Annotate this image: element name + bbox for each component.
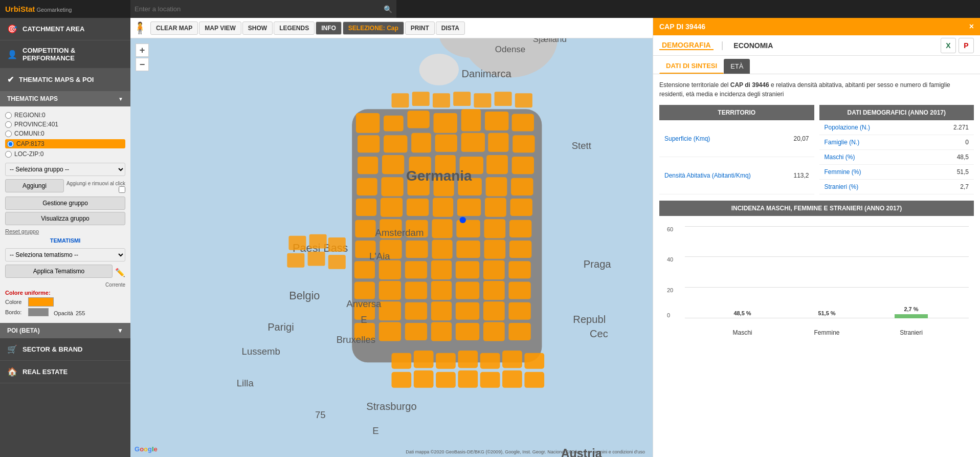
manage-group-button[interactable]: Gestione gruppo: [5, 197, 125, 210]
regioni-radio[interactable]: [5, 112, 12, 119]
search-input[interactable]: [135, 5, 381, 13]
panel-tabs: DEMOGRAFIA | ECONOMIA X P: [653, 35, 980, 56]
sidebar-item-competition[interactable]: 👤 COMPETITION & PERFORMANCE: [0, 40, 130, 69]
map-toolbar: 🧍 CLEAR MAP MAP VIEW SHOW LEGENDS INFO S…: [130, 18, 653, 38]
zoom-in-button[interactable]: +: [136, 43, 149, 57]
province-radio-group[interactable]: PROVINCE:401: [5, 121, 125, 128]
svg-rect-110: [309, 234, 327, 249]
svg-rect-7: [407, 111, 429, 128]
panel-close-button[interactable]: ×: [969, 22, 974, 31]
top-bar: UrbiStat Geomarketing 🔍: [0, 0, 980, 18]
svg-rect-115: [392, 353, 412, 369]
color-picker-orange[interactable]: [28, 297, 54, 307]
tab-demografia[interactable]: DEMOGRAFIA: [659, 41, 714, 50]
loc-zip-radio[interactable]: [5, 151, 12, 158]
panel-body: Estensione territoriale del CAP di 39446…: [653, 74, 980, 457]
select-group-dropdown[interactable]: -- Seleziona gruppo --: [5, 163, 125, 176]
pdf-export-button[interactable]: P: [959, 38, 974, 53]
svg-rect-14: [411, 133, 431, 153]
sidebar-item-catchment[interactable]: 🎯 CATCHMENT AREA: [0, 18, 130, 40]
sector-label: SECTOR & BRAND: [23, 345, 83, 353]
dista-button[interactable]: DISTA: [436, 21, 465, 35]
thematic-content: REGIONI:0 PROVINCE:401 COMUNI:0 CAP:8173…: [0, 106, 130, 323]
svg-rect-62: [379, 281, 401, 300]
panel-header: CAP DI 39446 ×: [653, 18, 980, 35]
poi-header[interactable]: POI (beta) ▼: [0, 323, 130, 338]
reset-group-link[interactable]: Reset gruppo: [5, 228, 125, 234]
show-button[interactable]: SHOW: [242, 21, 273, 35]
svg-text:Belgio: Belgio: [289, 289, 320, 302]
select-tematismo-dropdown[interactable]: -- Seleziona tematismo --: [5, 248, 125, 262]
colore-row: Colore: [5, 297, 125, 307]
svg-rect-19: [358, 157, 378, 174]
apply-tematismo-button[interactable]: Applica Tematismo: [5, 265, 113, 278]
sector-icon: 🛒: [7, 344, 17, 354]
visualize-group-button[interactable]: Visualizza gruppo: [5, 212, 125, 225]
grid-label-0: 0: [667, 312, 670, 318]
real-estate-icon: 🏠: [7, 367, 17, 377]
zoom-controls: + −: [136, 43, 149, 71]
svg-rect-6: [384, 116, 404, 132]
dati-demo-table: DATI DEMOGRAFICI (ANNO 2017) Popolazione…: [819, 105, 974, 194]
sidebar-item-thematic-poi[interactable]: ✔ THEMATIC MAPS & POI: [0, 69, 130, 91]
svg-rect-38: [485, 198, 506, 217]
search-bar[interactable]: 🔍: [130, 0, 396, 18]
print-button[interactable]: PRINT: [405, 21, 435, 35]
svg-rect-129: [392, 93, 409, 107]
loc-zip-radio-group[interactable]: LOC-ZIP:0: [5, 150, 125, 158]
regioni-radio-group[interactable]: REGIONI:0: [5, 112, 125, 119]
comuni-radio[interactable]: [5, 130, 12, 137]
info-button[interactable]: INFO: [316, 21, 342, 35]
pencil-icon[interactable]: ✏️: [115, 268, 125, 277]
svg-rect-35: [407, 199, 429, 216]
add-remove-checkbox[interactable]: [119, 186, 125, 193]
svg-rect-124: [436, 372, 456, 388]
zoom-out-button[interactable]: −: [136, 58, 149, 71]
sidebar-thematic-poi-label: THEMATIC MAPS & POI: [19, 76, 94, 83]
add-button[interactable]: Aggiungi: [5, 179, 64, 192]
selezione-button[interactable]: SELEZIONE: Cap: [343, 21, 404, 35]
svg-rect-60: [508, 261, 530, 278]
cap-radio[interactable]: [7, 141, 14, 147]
excel-export-button[interactable]: X: [941, 38, 956, 53]
densita-val: 113,2: [782, 157, 814, 194]
svg-rect-72: [456, 302, 479, 320]
tab-economia[interactable]: ECONOMIA: [731, 41, 775, 50]
excel-icon: X: [946, 41, 950, 50]
superficie-label: Superficie (Kmq): [659, 120, 782, 157]
thematic-maps-header[interactable]: THEMATIC MAPS ▼: [0, 91, 130, 106]
map-container[interactable]: Germania Paesi Bass Belgio Parigi Lussem…: [130, 38, 653, 457]
svg-point-82: [460, 217, 466, 223]
svg-rect-43: [432, 219, 452, 238]
comuni-radio-group[interactable]: COMUNI:0: [5, 130, 125, 137]
svg-rect-39: [510, 199, 532, 216]
svg-rect-56: [405, 261, 427, 278]
svg-text:Lilla: Lilla: [237, 378, 254, 388]
opacity-row: Opacità 255: [54, 310, 85, 316]
svg-rect-113: [328, 237, 346, 252]
femmine-label: Femmine (%): [819, 165, 926, 180]
sidebar-item-real-estate[interactable]: 🏠 REAL ESTATE: [0, 361, 130, 383]
color-picker-bordo[interactable]: [28, 308, 49, 316]
svg-text:L'Aia: L'Aia: [369, 251, 390, 262]
sidebar-item-sector[interactable]: 🛒 SECTOR & BRAND: [0, 338, 130, 361]
clear-map-button[interactable]: CLEAR MAP: [150, 21, 198, 35]
x-label-femmine: Femmine: [785, 329, 869, 336]
subtab-dati-sintesi[interactable]: DATI DI SINTESI: [659, 58, 724, 74]
svg-text:Sjælland: Sjælland: [533, 38, 567, 44]
svg-rect-77: [405, 323, 427, 340]
colore-uniforme-label: Colore uniforme:: [5, 290, 51, 296]
province-radio[interactable]: [5, 121, 12, 128]
legends-button[interactable]: LEGENDS: [274, 21, 315, 35]
x-label-stranieri: Stranieri: [869, 329, 953, 336]
subtab-eta[interactable]: ETÀ: [724, 59, 750, 74]
svg-rect-61: [354, 282, 375, 299]
map-view-button[interactable]: MAP VIEW: [199, 21, 241, 35]
svg-rect-117: [436, 353, 456, 369]
stranieri-label: Stranieri (%): [819, 180, 926, 194]
cap-radio-group[interactable]: CAP:8173: [5, 139, 125, 148]
bordo-row: Bordo: Opacità 255: [5, 308, 125, 316]
densita-label: Densità Abitativa (Abitanti/Kmq): [659, 157, 782, 194]
logo-area: UrbiStat Geomarketing: [0, 0, 130, 18]
svg-rect-50: [432, 240, 452, 259]
